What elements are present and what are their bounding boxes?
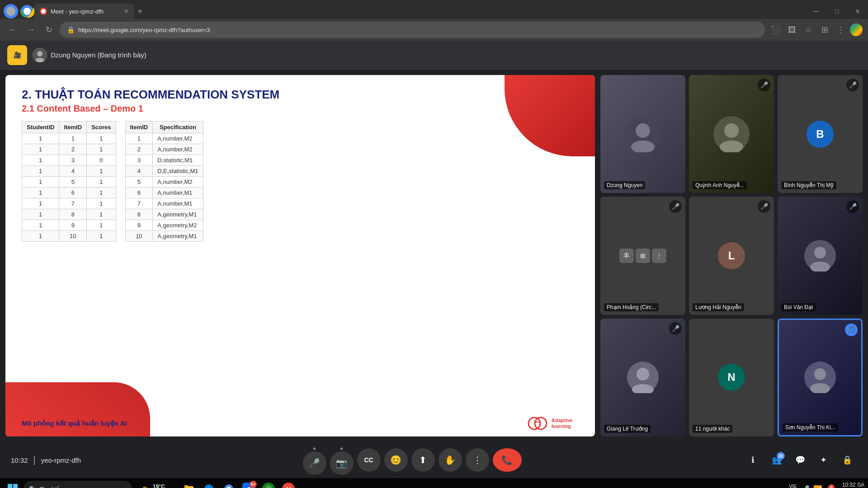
pham-icon-1: 丰 (619, 249, 634, 263)
mic-button[interactable]: 🎤 (303, 451, 326, 475)
network-icon: 📶 (813, 485, 822, 488)
tab-bar: Meet - yeo-rpmz-dfh × + ─ □ × (0, 0, 868, 19)
notification-badge: 5 (828, 484, 835, 488)
binh-mute-icon: 🎤 (846, 79, 859, 91)
adaptive-learning-logo-icon (526, 416, 549, 431)
participant-tile-quynhanh: 🎤 Quỳnh Anh Nguyễ... (689, 75, 774, 193)
edge-icon (203, 483, 214, 488)
bookmark-button[interactable]: ☆ (801, 23, 816, 37)
profile-icon[interactable] (4, 4, 18, 19)
reactions-button[interactable]: 😊 (384, 448, 408, 472)
forward-button[interactable]: → (24, 23, 38, 37)
pham-hoang-icons: 丰 ⊞ ⋮ (619, 249, 666, 263)
end-call-button[interactable]: 📞 (493, 448, 522, 472)
buivandat-avatar (804, 240, 836, 272)
participant-tile-giang: 🎤 Giang Lê Trưởng (600, 319, 685, 436)
close-button[interactable]: × (847, 4, 868, 19)
present-button[interactable]: ⬆ (411, 448, 435, 472)
giang-name: Giang Lê Trưởng (604, 425, 651, 433)
slide-logo: Adaptive learning (526, 416, 579, 431)
mic-arrow-button[interactable]: ▲ (312, 446, 317, 450)
others-initial: N (718, 364, 745, 391)
maximize-button[interactable]: □ (826, 4, 847, 19)
active-tab[interactable]: Meet - yeo-rpmz-dfh × (34, 4, 134, 19)
taskbar: 🔍 Tìm kiếm ⛅ 19°C Nhiều mây (0, 478, 868, 488)
svg-point-16 (814, 247, 826, 258)
taskbar-datetime[interactable]: 10:32 SA 10/12/2024 (837, 481, 864, 488)
taskbar-mic-button[interactable]: 🎤 (801, 485, 810, 488)
participant-tile-son: 🎵 Sơn Nguyễn Thị Ki... (778, 319, 863, 436)
chat-button[interactable]: 💬 (790, 450, 810, 470)
col-item-id: ItemID (59, 122, 87, 133)
taskbar-app-files[interactable] (180, 480, 198, 488)
taskbar-app-chrome[interactable] (220, 480, 238, 488)
captions-button[interactable]: CC (357, 448, 381, 472)
divider: | (33, 455, 36, 465)
tab-close-button[interactable]: × (124, 7, 128, 15)
table-cell: 4 (125, 166, 153, 177)
camera-button[interactable]: 📷 (330, 451, 354, 475)
quynhanh-avatar (713, 116, 750, 152)
table-cell: 1 (22, 198, 59, 209)
profile-avatar[interactable] (850, 23, 863, 36)
people-button[interactable]: 👥 20 (767, 450, 787, 470)
table-cell: 10 (125, 231, 153, 242)
more-button[interactable]: ⋮ (834, 23, 848, 37)
binh-initial: B (807, 121, 834, 148)
giang-mute-icon: 🎤 (669, 322, 682, 335)
taskbar-search[interactable]: 🔍 Tìm kiếm (24, 481, 132, 488)
more-options-button[interactable]: ⋮ (466, 448, 489, 472)
info-button[interactable]: ℹ (743, 450, 763, 470)
address-bar[interactable]: 🔒 https://meet.google.com/yeo-rpmz-dfh?a… (60, 22, 765, 38)
svg-point-19 (637, 368, 649, 380)
table-cell: A,number,M2 (153, 177, 203, 188)
raise-hand-button[interactable]: ✋ (439, 448, 462, 472)
screenshot-button[interactable]: 🖼 (785, 23, 799, 37)
language-indicator: VIE US (789, 483, 797, 488)
weather-temp: 19°C (153, 483, 175, 488)
pham-icon-2: ⊞ (636, 249, 650, 263)
svg-point-3 (41, 9, 46, 14)
presenter-info: Dzung Nguyen (Đang trình bày) (33, 48, 146, 62)
taskbar-app-edge[interactable] (200, 480, 218, 488)
bookmarks-bar-button[interactable]: ⊞ (817, 23, 832, 37)
svg-point-13 (724, 123, 739, 138)
son-speaking-icon: 🎵 (845, 324, 858, 336)
participants-grid: Dzung Nguyen 🎤 Quỳnh Anh Nguyễ... B 🎤 (600, 75, 863, 436)
svg-point-22 (814, 368, 826, 380)
svg-point-30 (204, 484, 213, 488)
table-cell: 5 (59, 177, 87, 188)
taskbar-app-xbox[interactable]: Ⓧ (259, 480, 278, 488)
minimize-button[interactable]: ─ (806, 4, 826, 19)
dzung-video (600, 75, 685, 193)
new-tab-button[interactable]: + (134, 6, 146, 17)
language-text: VIE (789, 483, 797, 488)
meet-header: 🎥 Dzung Nguyen (Đang trình bày) (0, 41, 868, 70)
luonghai-initial: L (718, 242, 745, 269)
activities-button[interactable]: ✦ (814, 450, 834, 470)
taskbar-app-zalo[interactable]: Z 5+ (240, 480, 258, 488)
participant-tile-buivandat: 🎤 Bùi Văn Đạt (778, 197, 863, 314)
table-cell: 1 (22, 231, 59, 242)
quynhanh-video (689, 75, 774, 193)
back-button[interactable]: ← (5, 23, 20, 37)
table-cell: 3 (125, 155, 153, 166)
host-controls-button[interactable]: 🔒 (837, 450, 857, 470)
start-button[interactable] (4, 480, 22, 488)
camera-arrow-button[interactable]: ▲ (340, 446, 344, 450)
meet-taskbar-icon: M (282, 483, 295, 488)
chrome-taskbar-icon (223, 483, 234, 488)
camera-control-group: ▲ 📷 (330, 446, 354, 475)
item-specification-table: ItemID Specification 1A,number,M22A,numb… (125, 121, 203, 242)
refresh-button[interactable]: ↻ (42, 23, 56, 37)
taskbar-app-meet[interactable]: M (279, 480, 297, 488)
notification-button[interactable]: 🔔 5 (826, 485, 834, 488)
show-hidden-icons-button[interactable]: ▲ (780, 486, 785, 488)
participant-tile-phamhoang: 丰 ⊞ ⋮ 🎤 Phạm Hoảng (Circ... (600, 197, 685, 314)
table-cell: 1 (22, 209, 59, 220)
screen-cast-button[interactable]: ⬛ (769, 23, 783, 37)
weather-widget[interactable]: ⛅ 19°C Nhiều mây (137, 483, 178, 488)
nav-right-buttons: ⬛ 🖼 ☆ ⊞ ⋮ (769, 23, 863, 37)
table-cell: D,statistic,M1 (153, 155, 203, 166)
taskbar-apps: ⛅ 19°C Nhiều mây (134, 480, 778, 488)
